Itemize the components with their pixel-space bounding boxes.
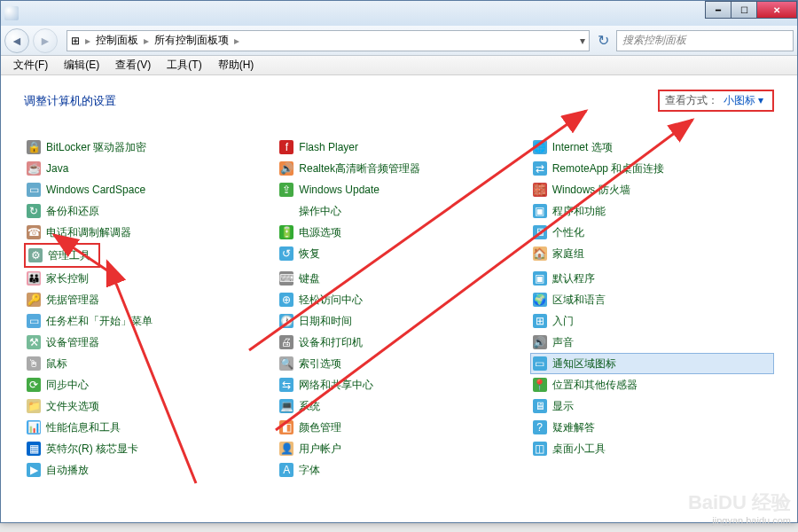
control-panel-item[interactable]: 🏠家庭组 (530, 243, 774, 264)
control-panel-item[interactable]: ▶自动播放 (24, 459, 268, 481)
control-panel-item[interactable]: ▣程序和功能 (530, 200, 774, 222)
breadcrumb-sep[interactable]: ▸ (144, 35, 149, 47)
control-panel-item[interactable]: 🔒BitLocker 驱动器加密 (24, 137, 268, 158)
control-panel-item[interactable]: ◫桌面小工具 (530, 438, 774, 459)
item-icon: ▶ (27, 463, 41, 477)
item-icon: ☎ (27, 225, 41, 239)
item-label: 鼠标 (46, 356, 67, 372)
item-icon: A (279, 463, 293, 477)
control-panel-item[interactable]: 👤用户帐户 (277, 438, 520, 459)
item-label: 默认程序 (552, 271, 595, 286)
control-panel-item[interactable]: ⌨键盘 (277, 268, 520, 289)
item-icon: ⚙ (28, 248, 43, 262)
control-panel-item[interactable]: 🔍索引选项 (277, 353, 520, 374)
control-panel-item[interactable]: ↺恢复 (277, 243, 520, 264)
control-panel-item[interactable]: ⟳同步中心 (24, 374, 268, 395)
item-icon: 🌍 (533, 293, 547, 307)
control-panel-item[interactable]: ▭任务栏和「开始」菜单 (24, 310, 268, 332)
control-panel-item[interactable]: 🔊Realtek高清晰音频管理器 (277, 158, 520, 179)
item-label: 设备和打印机 (299, 335, 363, 350)
control-panel-item[interactable]: 🔊声音 (530, 332, 774, 353)
breadcrumb-dropdown[interactable]: ▾ (580, 35, 585, 47)
back-button[interactable]: ◄ (4, 28, 29, 53)
item-label: Windows 防火墙 (552, 183, 630, 198)
control-panel-item[interactable]: 📁文件夹选项 (24, 395, 268, 417)
control-panel-item[interactable]: ⇄RemoteApp 和桌面连接 (530, 158, 774, 179)
search-input[interactable]: 搜索控制面板 (616, 30, 794, 51)
control-panel-item[interactable]: ▦英特尔(R) 核芯显卡 (24, 438, 268, 459)
item-icon: 📁 (27, 399, 41, 413)
item-icon: 🔒 (27, 140, 41, 154)
control-panel-item[interactable]: 🌍区域和语言 (530, 289, 774, 310)
item-label: 声音 (552, 335, 574, 350)
item-label: 索引选项 (299, 356, 341, 372)
control-panel-item[interactable]: fFlash Player (277, 137, 520, 158)
control-panel-item[interactable]: ⇆网络和共享中心 (277, 374, 520, 395)
control-panel-item[interactable]: 🕐日期和时间 (277, 310, 520, 332)
search-placeholder: 搜索控制面板 (622, 33, 686, 48)
control-panel-item[interactable]: ⚙管理工具 (26, 245, 93, 266)
close-button[interactable]: ✕ (756, 1, 797, 19)
item-label: 自动播放 (46, 463, 89, 478)
control-panel-item[interactable]: 📍位置和其他传感器 (530, 374, 774, 395)
item-icon: 💻 (279, 399, 293, 413)
breadcrumb-part[interactable]: 所有控制面板项 (154, 33, 229, 48)
control-panel-item[interactable]: 🖥个性化 (530, 222, 774, 243)
item-label: 个性化 (552, 225, 584, 240)
control-panel-item[interactable]: 🖥显示 (530, 395, 774, 417)
view-mode-combo[interactable]: 小图标 ▾ (724, 93, 763, 108)
menu-file[interactable]: 文件(F) (6, 56, 55, 74)
control-panel-item[interactable]: ⊞入门 (530, 310, 774, 332)
control-panel-item[interactable]: ☕Java (24, 158, 268, 179)
control-panel-item[interactable]: ▭Windows CardSpace (24, 179, 268, 200)
control-panel-item[interactable]: 🌐Internet 选项 (530, 137, 774, 158)
menu-help[interactable]: 帮助(H) (211, 56, 262, 74)
control-panel-window: ━ ☐ ✕ ◄ ► ⊞ ▸ 控制面板 ▸ 所有控制面板项 ▸ ▾ ↻ 搜索控制面… (0, 0, 798, 523)
minimize-button[interactable]: ━ (705, 1, 732, 19)
control-panel-item[interactable]: ⊕轻松访问中心 (277, 289, 520, 310)
item-icon: ? (533, 420, 547, 434)
control-panel-item[interactable]: ⚑操作中心 (277, 200, 520, 222)
item-icon: ☕ (27, 161, 41, 176)
content-area: 调整计算机的设置 查看方式： 小图标 ▾ 🔒BitLocker 驱动器加密fFl… (1, 75, 797, 522)
menu-edit[interactable]: 编辑(E) (57, 56, 106, 74)
breadcrumb-sep[interactable]: ▸ (234, 35, 239, 47)
maximize-button[interactable]: ☐ (731, 1, 757, 19)
item-icon: 🧱 (533, 183, 547, 197)
breadcrumb-sep[interactable]: ▸ (85, 35, 90, 47)
item-label: 颜色管理 (299, 420, 341, 435)
item-icon: 📍 (533, 378, 547, 392)
control-panel-item[interactable]: ▣默认程序 (530, 268, 774, 289)
control-panel-item[interactable]: ◧颜色管理 (277, 417, 520, 438)
control-panel-item[interactable]: ⚒设备管理器 (24, 332, 268, 353)
control-panel-item[interactable]: 🖱鼠标 (24, 353, 268, 374)
control-panel-item[interactable]: A字体 (277, 459, 520, 481)
item-label: 用户帐户 (299, 442, 341, 457)
item-label: 日期和时间 (299, 314, 352, 329)
control-panel-item[interactable]: 🧱Windows 防火墙 (530, 179, 774, 200)
menu-tools[interactable]: 工具(T) (160, 56, 208, 74)
control-panel-item[interactable]: ▭通知区域图标 (530, 353, 774, 374)
item-icon: 🏠 (533, 246, 547, 261)
control-panel-item[interactable]: ⇪Windows Update (277, 179, 520, 200)
item-icon: 🔊 (533, 335, 547, 349)
control-panel-item[interactable]: 👪家长控制 (24, 268, 268, 289)
item-icon: ⇪ (279, 183, 293, 197)
control-panel-item[interactable]: ?疑难解答 (530, 417, 774, 438)
control-panel-item[interactable]: 🔑凭据管理器 (24, 289, 268, 310)
forward-button[interactable]: ► (33, 28, 58, 53)
control-panel-item[interactable]: ☎电话和调制解调器 (24, 222, 268, 243)
menu-view[interactable]: 查看(V) (108, 56, 158, 74)
item-icon: ▣ (533, 271, 547, 286)
breadcrumb[interactable]: ⊞ ▸ 控制面板 ▸ 所有控制面板项 ▸ ▾ (66, 30, 590, 51)
control-panel-item[interactable]: 📊性能信息和工具 (24, 417, 268, 438)
control-panel-item[interactable]: 🖨设备和打印机 (277, 332, 520, 353)
item-label: 位置和其他传感器 (552, 378, 638, 393)
control-panel-item[interactable]: 🔋电源选项 (277, 222, 520, 243)
control-panel-item[interactable]: 💻系统 (277, 395, 520, 417)
item-icon: ⚑ (279, 204, 293, 218)
control-panel-item[interactable]: ↻备份和还原 (24, 200, 268, 222)
breadcrumb-part[interactable]: 控制面板 (96, 33, 138, 48)
refresh-button[interactable]: ↻ (593, 31, 613, 51)
item-icon: 🔑 (27, 293, 41, 307)
